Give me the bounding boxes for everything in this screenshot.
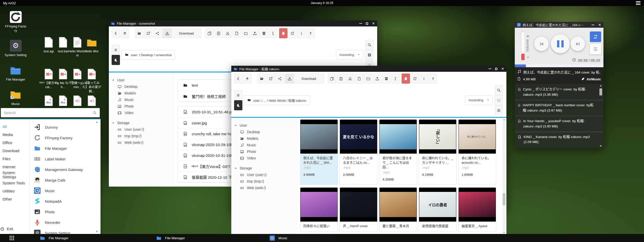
search-input[interactable] [1, 111, 93, 115]
category-download[interactable]: Download [3, 147, 29, 155]
grid-file-card[interactable]: 命に嫌われている。命に嫌われている。 acoustic co....mp31.6… [458, 119, 496, 185]
search-button[interactable] [365, 40, 374, 50]
grid-file-card[interactable]: 「寂しい」命に嫌われている。_ カンザキイオリ ....mp34.19MB [419, 119, 457, 185]
archive-button[interactable] [260, 28, 268, 38]
sidebar-item-music[interactable]: Music [234, 142, 295, 148]
cut-button[interactable] [346, 74, 354, 84]
info-button[interactable] [297, 28, 306, 38]
app-item-music[interactable]: Music [34, 185, 101, 196]
desktop-file-icon[interactable]: test.agi [42, 36, 55, 58]
volume-minus[interactable]: − [527, 55, 529, 60]
info-button[interactable] [420, 74, 428, 84]
sidebar-item-user-user-[interactable]: User (user:/) [112, 126, 173, 133]
grid-file-card[interactable]: 蕾と薔薇 _ 青木月 [379, 187, 417, 232]
external-link-button[interactable] [267, 74, 275, 84]
app-item-dummy[interactable]: Dummy [34, 122, 101, 132]
sidebar-item-video[interactable]: Video [112, 110, 173, 116]
category-other[interactable]: Other [3, 195, 29, 203]
category-system-tools[interactable]: System Tools [3, 179, 29, 187]
previous-track-button[interactable] [534, 37, 549, 51]
sidebar-item-desktop[interactable]: Desktop [112, 83, 173, 90]
player-titlebar[interactable]: 例えば、今此処に置かれた花に _ 164 c⋯ ✕ [515, 22, 603, 28]
volume-slider[interactable] [521, 31, 525, 60]
sidebar-item-video[interactable]: Video [234, 155, 295, 161]
next-track-button[interactable] [570, 37, 585, 51]
sort-dropdown[interactable]: Ascending [465, 95, 493, 105]
desktop-file-icon[interactable]: test.bat [57, 36, 69, 58]
apps-scroll-down-icon[interactable]: ▼ [95, 230, 98, 233]
desktop-file-icon[interactable]: ᴴᴰ⁶⁰【東方Vocal... [42, 68, 55, 93]
playlist-item[interactable]: KING _ Kanaria cover. by 柘榴-zakuro-.mp3 … [515, 132, 603, 148]
delete-button[interactable] [402, 74, 410, 84]
sidebar-item-web-web-[interactable]: Web (web:/) [112, 139, 173, 146]
volume-slider-thumb[interactable] [521, 54, 525, 60]
copy-button[interactable] [328, 74, 336, 84]
grid-file-card[interactable]: イロの愚者妄想感傷代償連盟 [419, 187, 457, 232]
share-button[interactable] [276, 74, 284, 84]
refresh-button[interactable] [411, 74, 419, 84]
app-item-photo[interactable]: Photo [34, 206, 101, 217]
taskbar-item-file-manager[interactable]: File Manager [156, 235, 185, 241]
app-item-management-gateway[interactable]: Management Gateway [34, 164, 101, 175]
app-item-notepada[interactable]: NotepadA [34, 196, 101, 206]
upload-button[interactable] [373, 74, 381, 84]
new-file-button[interactable] [233, 28, 241, 38]
up-button[interactable] [121, 28, 129, 38]
category-office[interactable]: Office [3, 139, 29, 147]
grid-file-card-selected[interactable]: 例えば、今此処に置かれた花に _ 164....mp34.99MB [300, 119, 338, 185]
app-item-system-setting[interactable]: ⚙System Setting [34, 228, 101, 234]
apps-scroll-up-icon[interactable]: ▲ [95, 120, 98, 123]
desktop-file-icon[interactable]: 『雪峰～yu kimin... [71, 68, 84, 93]
taskbar-item-file-manager[interactable]: File Manager [40, 235, 69, 241]
desktop-icon-file-manager[interactable]: File Manager [5, 64, 27, 82]
playlist-item[interactable]: Cynic _ ポリスピカデリー cover. by 柘榴-zakuro-.mp… [515, 84, 603, 100]
sidebar-item-tmp-tmp-[interactable]: tmp (tmp:/) [234, 178, 295, 185]
app-item-manga-cafe[interactable]: Manga Cafe [34, 175, 101, 185]
grid-file-card[interactable]: 声 _ HamP cover [340, 187, 377, 232]
desktop-file-icon[interactable]: 【歌ってみた】あの夏が飽... [85, 68, 98, 93]
archive-button[interactable] [382, 74, 391, 84]
grid-file-card[interactable]: 夏を見て いるかな八月のレイニー _ はるまきごはん co....mp33.06… [340, 119, 377, 185]
desktop-icon-system-setting[interactable]: ⚙System Setting [5, 40, 27, 57]
category-all[interactable]: All [3, 122, 29, 130]
volume-plus[interactable]: + [527, 34, 529, 39]
breadcrumb[interactable]: user: / ... / Hello World / 柘榴-zakuro- [244, 95, 310, 105]
category-utilities[interactable]: Utilities [3, 187, 29, 195]
breadcrumb[interactable]: user: / Desktop / screenshot [121, 50, 175, 60]
sidebar-item-web-web-[interactable]: Web (web:/) [234, 185, 295, 191]
repeat-button[interactable] [590, 31, 601, 42]
sidebar-item-models[interactable]: Models [112, 90, 173, 96]
sort-dropdown[interactable]: Ascending [336, 50, 363, 60]
external-link-button[interactable] [144, 28, 152, 38]
sidebar-item-music[interactable]: Music [112, 96, 173, 103]
category-media[interactable]: Media [3, 130, 29, 139]
progress-bar[interactable] [515, 64, 603, 67]
copy-button[interactable] [205, 28, 214, 38]
search-button[interactable] [495, 85, 503, 95]
sidebar-group-user[interactable]: User [112, 77, 173, 83]
cut-button[interactable] [223, 28, 232, 38]
close-button[interactable]: ✕ [372, 22, 375, 25]
sidebar-item-desktop[interactable]: Desktop [234, 129, 295, 135]
desktop-file-icon[interactable]: Hello Wor [85, 36, 98, 58]
theme-toggle-button[interactable] [112, 55, 120, 65]
app-item-label-maker[interactable]: Label Maker [34, 154, 101, 164]
sidebar-item-photo[interactable]: Photo [112, 103, 173, 110]
grid-file-card[interactable]: 四季折々に揺蕩い [300, 187, 338, 232]
new-folder-button[interactable] [364, 74, 372, 84]
playlist-item[interactable]: In Your Hands _ yusukeP cover. by 柘榴-zak… [515, 116, 603, 132]
back-button[interactable] [234, 74, 242, 84]
rename-button[interactable] [391, 74, 400, 84]
close-button[interactable]: ✕ [501, 67, 504, 71]
menu-button[interactable] [112, 45, 120, 55]
new-folder-button[interactable] [242, 28, 250, 38]
paste-button[interactable] [214, 28, 223, 38]
fm2-titlebar[interactable]: File Manager - 柘榴-zakuro- ✕ [231, 66, 506, 72]
app-item-recorder[interactable]: Recorder [34, 217, 101, 228]
category-files[interactable]: Files [3, 155, 29, 163]
sidebar-group-storage[interactable]: Storage [112, 120, 173, 126]
desktop-file-icon[interactable]: Hello World.txt [71, 36, 84, 58]
sidebar-item-photo[interactable]: Photo [234, 148, 295, 155]
list-view-button[interactable] [495, 105, 503, 115]
rename-button[interactable] [269, 28, 277, 38]
